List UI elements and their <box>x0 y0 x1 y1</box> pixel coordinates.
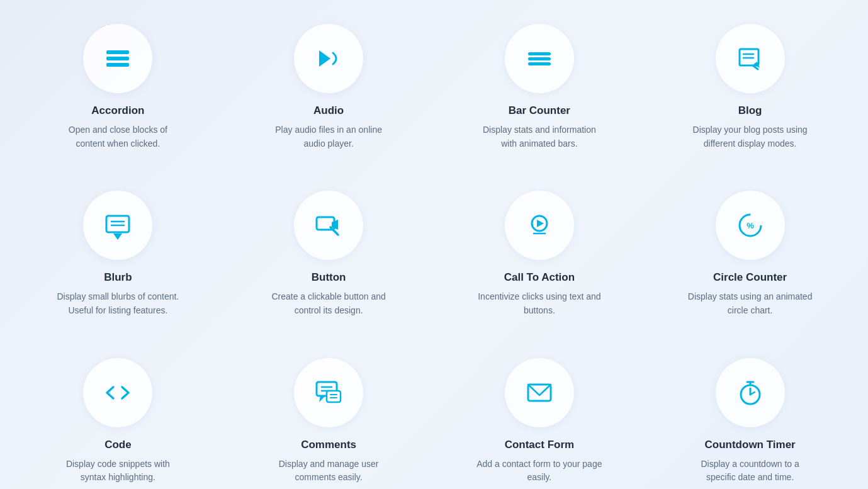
widget-title-button: Button <box>312 271 346 284</box>
widget-title-bar-counter: Bar Counter <box>509 104 570 117</box>
widget-desc-circle-counter: Display stats using an animated circle c… <box>687 290 813 317</box>
blurb-icon <box>83 191 152 260</box>
svg-marker-3 <box>319 50 330 67</box>
widget-desc-blog: Display your blog posts using different … <box>687 123 813 150</box>
widget-title-comments: Comments <box>301 439 356 451</box>
widget-card-blurb[interactable]: Blurb Display small blurbs of content. U… <box>13 173 223 340</box>
call-to-action-icon <box>505 191 574 260</box>
svg-marker-18 <box>537 220 544 227</box>
svg-rect-10 <box>106 216 129 232</box>
widget-desc-blurb: Display small blurbs of content. Useful … <box>55 290 181 317</box>
widget-desc-comments: Display and manage user comments easily. <box>266 458 392 485</box>
widget-title-accordion: Accordion <box>91 104 144 117</box>
widget-card-bar-counter[interactable]: Bar Counter Display stats and informatio… <box>434 6 645 173</box>
widget-desc-contact-form: Add a contact form to your page easily. <box>476 458 602 485</box>
widget-grid: Accordion Open and close blocks of conte… <box>0 0 868 489</box>
widget-title-blog: Blog <box>738 104 762 117</box>
svg-rect-6 <box>528 62 551 65</box>
bar-counter-icon <box>505 24 574 93</box>
widget-desc-bar-counter: Display stats and information with anima… <box>476 123 602 150</box>
widget-card-call-to-action[interactable]: Call To Action Incentivize clicks using … <box>434 173 645 340</box>
widget-card-blog[interactable]: Blog Display your blog posts using diffe… <box>645 6 855 173</box>
svg-rect-4 <box>528 52 551 55</box>
widget-card-comments[interactable]: Comments Display and manage user comment… <box>223 340 434 489</box>
widget-title-countdown-timer: Countdown Timer <box>705 439 796 451</box>
widget-desc-accordion: Open and close blocks of content when cl… <box>55 123 181 150</box>
svg-rect-5 <box>528 57 551 60</box>
widget-card-contact-form[interactable]: Contact Form Add a contact form to your … <box>434 340 645 489</box>
comments-icon <box>294 358 363 427</box>
widget-card-code[interactable]: Code Display code snippets with syntax h… <box>13 340 223 489</box>
accordion-icon <box>83 24 152 93</box>
widget-title-contact-form: Contact Form <box>505 439 575 451</box>
widget-card-circle-counter[interactable]: % Circle Counter Display stats using an … <box>645 173 855 340</box>
widget-desc-button: Create a clickable button and control it… <box>266 290 392 317</box>
widget-desc-call-to-action: Incentivize clicks using text and button… <box>476 290 602 317</box>
svg-rect-2 <box>106 63 129 67</box>
widget-card-button[interactable]: Button Create a clickable button and con… <box>223 173 434 340</box>
svg-rect-26 <box>327 391 341 402</box>
blog-icon <box>716 24 785 93</box>
button-icon <box>294 191 363 260</box>
circle-counter-icon: % <box>716 191 785 260</box>
svg-rect-0 <box>106 50 129 54</box>
widget-title-circle-counter: Circle Counter <box>713 271 787 284</box>
contact-form-icon <box>505 358 574 427</box>
code-icon <box>83 358 152 427</box>
widget-card-countdown-timer[interactable]: Countdown Timer Display a countdown to a… <box>645 340 855 489</box>
audio-icon <box>294 24 363 93</box>
countdown-timer-icon <box>716 358 785 427</box>
svg-text:%: % <box>747 221 754 230</box>
widget-title-blurb: Blurb <box>104 271 132 284</box>
svg-rect-1 <box>106 57 129 60</box>
widget-desc-code: Display code snippets with syntax highli… <box>55 458 181 485</box>
widget-title-call-to-action: Call To Action <box>504 271 575 284</box>
widget-title-audio: Audio <box>313 104 344 117</box>
widget-card-audio[interactable]: Audio Play audio files in an online audi… <box>223 6 434 173</box>
widget-card-accordion[interactable]: Accordion Open and close blocks of conte… <box>13 6 223 173</box>
widget-desc-countdown-timer: Display a countdown to a specific date a… <box>687 458 813 485</box>
svg-marker-13 <box>113 233 122 240</box>
widget-desc-audio: Play audio files in an online audio play… <box>266 123 392 150</box>
widget-title-code: Code <box>104 439 132 451</box>
